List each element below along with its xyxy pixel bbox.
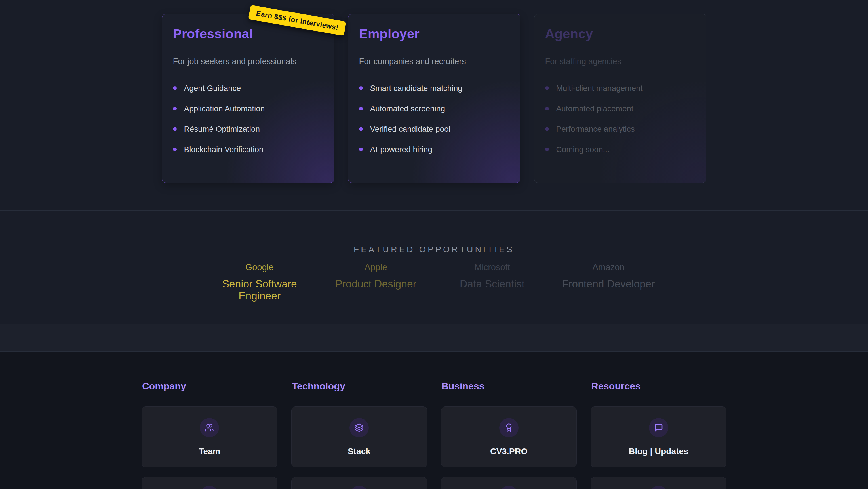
bullet-dot-icon xyxy=(359,107,363,110)
plan-feature-item: Smart candidate matching xyxy=(359,84,509,93)
message-icon xyxy=(649,418,668,437)
footer-grid: Company Team Technology xyxy=(142,381,726,489)
footer-card-label: Blog | Updates xyxy=(629,447,688,456)
plan-feature-label: AI-powered hiring xyxy=(370,145,432,154)
bullet-dot-icon xyxy=(359,127,363,131)
plan-feature-item: Automated screening xyxy=(359,104,509,113)
featured-company: Google xyxy=(202,262,318,272)
bullet-dot-icon xyxy=(545,86,549,90)
footer-card-cv3pro[interactable]: CV3.PRO xyxy=(441,406,577,467)
plan-feature-list: Agent Guidance Application Automation Ré… xyxy=(173,84,323,154)
footer-card-team[interactable]: Team xyxy=(142,406,277,467)
bullet-dot-icon xyxy=(545,127,549,131)
footer-card-label: CV3.PRO xyxy=(490,447,528,456)
bullet-dot-icon xyxy=(173,107,177,110)
bullet-dot-icon xyxy=(173,148,177,151)
featured-item: Amazon Frontend Developer xyxy=(550,262,666,302)
footer-card-label: Stack xyxy=(348,447,370,456)
footer-column-technology: Technology Stack xyxy=(291,381,427,489)
footer-card-partial[interactable] xyxy=(291,477,427,489)
plan-cards-row: Professional For job seekers and profess… xyxy=(0,14,868,183)
plan-card-professional[interactable]: Professional For job seekers and profess… xyxy=(162,14,334,183)
footer-card-partial[interactable] xyxy=(142,477,277,489)
landing-page: Earn $$$ for Interviews! Professional Fo… xyxy=(0,0,868,489)
plan-feature-label: Automated placement xyxy=(556,104,633,113)
featured-company: Apple xyxy=(318,262,434,272)
plan-title: Professional xyxy=(173,27,323,41)
footer-card-label: Team xyxy=(198,447,220,456)
plan-feature-label: Multi-client management xyxy=(556,84,643,93)
plan-feature-item: Blockchain Verification xyxy=(173,145,323,154)
footer-card-partial[interactable] xyxy=(591,477,726,489)
hidden-icon xyxy=(200,486,219,489)
plan-feature-item: Résumé Optimization xyxy=(173,124,323,134)
plan-feature-item: AI-powered hiring xyxy=(359,145,509,154)
footer-card-stack[interactable]: Stack xyxy=(291,406,427,467)
bullet-dot-icon xyxy=(545,107,549,110)
hidden-icon xyxy=(649,486,668,489)
footer-column-heading: Resources xyxy=(591,381,726,392)
featured-role: Product Designer xyxy=(318,278,434,290)
plan-feature-label: Agent Guidance xyxy=(184,84,241,93)
featured-role: Senior Software Engineer xyxy=(202,278,318,302)
plan-feature-item: Performance analytics xyxy=(545,124,695,134)
bullet-dot-icon xyxy=(359,148,363,151)
hidden-icon xyxy=(349,486,369,489)
featured-company: Microsoft xyxy=(434,262,550,272)
users-icon xyxy=(200,418,219,437)
footer-column-business: Business CV3.PRO xyxy=(441,381,577,489)
bullet-dot-icon xyxy=(359,86,363,90)
plan-feature-list: Multi-client management Automated placem… xyxy=(545,84,695,154)
plan-feature-label: Application Automation xyxy=(184,104,265,113)
award-icon xyxy=(499,418,519,437)
section-divider-strip xyxy=(0,324,868,352)
bullet-dot-icon xyxy=(173,127,177,131)
plan-card-content: Employer For companies and recruiters Sm… xyxy=(359,27,509,154)
plan-title: Agency xyxy=(545,27,695,41)
plan-feature-label: Automated screening xyxy=(370,104,445,113)
plan-feature-item: Application Automation xyxy=(173,104,323,113)
featured-role: Data Scientist xyxy=(434,278,550,290)
bullet-dot-icon xyxy=(545,148,549,151)
footer-column-heading: Company xyxy=(142,381,277,392)
layers-icon xyxy=(349,418,369,437)
bullet-dot-icon xyxy=(173,86,177,90)
plan-feature-item: Automated placement xyxy=(545,104,695,113)
plan-subtitle: For staffing agencies xyxy=(545,57,695,66)
footer-card-blog[interactable]: Blog | Updates xyxy=(591,406,726,467)
plan-card-agency: Agency For staffing agencies Multi-clien… xyxy=(534,14,706,183)
footer-column-company: Company Team xyxy=(142,381,277,489)
plan-subtitle: For job seekers and professionals xyxy=(173,57,323,66)
plan-feature-label: Performance analytics xyxy=(556,124,635,134)
featured-item: Google Senior Software Engineer xyxy=(202,262,318,302)
featured-title: FEATURED OPPORTUNITIES xyxy=(0,244,868,254)
plan-feature-item: Verified candidate pool xyxy=(359,124,509,134)
plan-feature-item: Coming soon... xyxy=(545,145,695,154)
plan-feature-label: Blockchain Verification xyxy=(184,145,264,154)
plan-feature-label: Verified candidate pool xyxy=(370,124,451,134)
footer: Company Team Technology xyxy=(0,352,868,489)
plan-feature-label: Smart candidate matching xyxy=(370,84,462,93)
featured-carousel: Google Senior Software Engineer Apple Pr… xyxy=(0,262,868,302)
plan-feature-item: Multi-client management xyxy=(545,84,695,93)
featured-item: Apple Product Designer xyxy=(318,262,434,302)
footer-column-heading: Business xyxy=(442,381,577,392)
featured-item: Microsoft Data Scientist xyxy=(434,262,550,302)
footer-column-heading: Technology xyxy=(292,381,427,392)
plan-card-content: Professional For job seekers and profess… xyxy=(173,27,323,154)
featured-opportunities-section: FEATURED OPPORTUNITIES Google Senior Sof… xyxy=(0,210,868,324)
footer-column-resources: Resources Blog | Updates xyxy=(591,381,726,489)
plan-card-employer[interactable]: Employer For companies and recruiters Sm… xyxy=(348,14,520,183)
footer-card-partial[interactable] xyxy=(441,477,577,489)
plan-feature-item: Agent Guidance xyxy=(173,84,323,93)
pricing-section: Earn $$$ for Interviews! Professional Fo… xyxy=(0,0,868,210)
plan-feature-label: Coming soon... xyxy=(556,145,610,154)
hidden-icon xyxy=(499,486,519,489)
plan-card-content: Agency For staffing agencies Multi-clien… xyxy=(545,27,695,154)
plan-title: Employer xyxy=(359,27,509,41)
featured-company: Amazon xyxy=(550,262,666,272)
plan-feature-list: Smart candidate matching Automated scree… xyxy=(359,84,509,154)
plan-subtitle: For companies and recruiters xyxy=(359,57,509,66)
plan-feature-label: Résumé Optimization xyxy=(184,124,260,134)
featured-role: Frontend Developer xyxy=(550,278,666,290)
